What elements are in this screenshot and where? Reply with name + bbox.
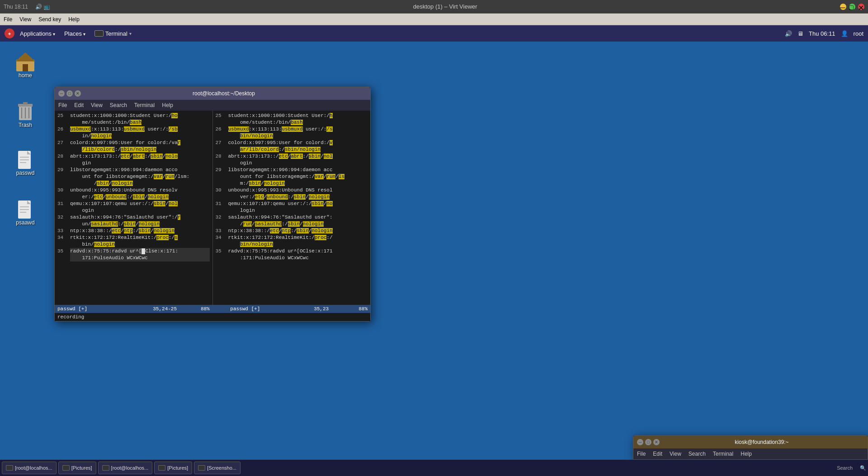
terminal-line: 35radvd:x:75:75:radvd ur^[OClse:x:171 :1… (216, 248, 368, 261)
tmenu-search[interactable]: Search (110, 102, 127, 108)
statusbar-left-info: passwd [+] 35,24-25 88% (57, 306, 210, 312)
stmenu-help[interactable]: Help (741, 451, 752, 457)
secondary-terminal-menubar: File Edit View Search Terminal Help (633, 448, 868, 459)
terminal-line: 33ntp:x:38:38::/etc/ntp:/sbin/nologin (216, 228, 368, 234)
taskbar-label-2: [Pictures] (71, 465, 92, 471)
taskbar-item-4[interactable]: [Pictures] (154, 462, 192, 474)
places-menu[interactable]: Places (61, 28, 89, 39)
terminal-pane-left[interactable]: 25student:x:1000:1000:Student User:/ho m… (55, 111, 213, 305)
taskbar-item-1[interactable]: [root@localhos... (2, 462, 57, 474)
outer-menubar: File View Send key Help (0, 14, 868, 25)
terminal-arrow: ▾ (129, 31, 132, 36)
terminal-minimize[interactable]: ─ (58, 90, 65, 97)
taskbar-item-3[interactable]: [root@localhos... (98, 462, 153, 474)
terminal-content[interactable]: 25student:x:1000:1000:Student User:/ho m… (55, 111, 370, 305)
desktop-icon-home[interactable]: home (7, 51, 43, 79)
desktop-icon-psaawd[interactable]: psaawd (7, 200, 43, 226)
applications-menu[interactable]: Applications (16, 28, 59, 39)
gnome-logo: ◈ (5, 28, 14, 38)
terminal-line: 28abrt:x:173:173::/etc/abrt:/sbin/nol og… (216, 153, 368, 167)
terminal-line: 34rtkit:x:172:172:RealtimeKit:/proc:/s b… (57, 234, 210, 248)
taskbar-icon-4 (158, 465, 165, 471)
secondary-terminal-titlebar: ─ □ ✕ kiosk@foundation39:~ (633, 436, 868, 448)
terminal-line: 31qemu:x:107:107:qemu user:/:/sbin/no lo… (216, 201, 368, 214)
menu-send-key[interactable]: Send key (38, 16, 61, 23)
trash-icon (16, 100, 34, 122)
outer-window-title: desktop (1) – Virt Viewer (50, 3, 840, 10)
secondary-minimize[interactable]: ─ (637, 439, 643, 445)
svg-text:◈: ◈ (8, 32, 11, 36)
panel-volume-icon[interactable]: 🔊 (785, 30, 792, 37)
terminal-line: 32saslauth:x:994:76:"Saslauthd user":/r … (57, 214, 210, 228)
outer-icons: 🔊 📺 (35, 4, 50, 10)
stmenu-terminal[interactable]: Terminal (713, 451, 733, 457)
terminal-line: 32saslauth:x:994:76:"Saslauthd user": /r… (216, 214, 368, 228)
taskbar-icon-2 (62, 465, 70, 471)
taskbar-label-3: [root@localhos... (111, 465, 149, 471)
gnome-panel: ◈ Applications Places Terminal ▾ 🔊 🖥 Thu… (0, 25, 868, 42)
taskbar-label-4: [Pictures] (167, 465, 188, 471)
secondary-maximize[interactable]: □ (645, 439, 651, 445)
svg-rect-7 (23, 102, 28, 104)
taskbar-icon-5 (198, 465, 205, 471)
terminal-title: root@localhost:~/Desktop (81, 90, 367, 97)
terminal-menubar: File Edit View Search Terminal Help (55, 100, 370, 111)
taskbar-item-5[interactable]: [Screensho... (194, 462, 241, 474)
secondary-terminal-title: kiosk@foundation39:~ (660, 439, 864, 445)
menu-view[interactable]: View (19, 16, 31, 23)
psaawd-label: psaawd (16, 219, 34, 226)
tmenu-terminal[interactable]: Terminal (134, 102, 155, 108)
outer-window: Thu 18:11 🔊 📺 desktop (1) – Virt Viewer … (0, 0, 868, 476)
terminal-pane-right[interactable]: 25student:x:1000:1000:Student User:/h om… (213, 111, 371, 305)
stmenu-search[interactable]: Search (689, 451, 706, 457)
tmenu-file[interactable]: File (58, 102, 67, 108)
stmenu-view[interactable]: View (670, 451, 681, 457)
maximize-button[interactable]: □ (849, 4, 855, 10)
home-icon (14, 51, 36, 72)
taskbar-right: Search 🔍 (837, 465, 866, 471)
gnome-panel-left: ◈ Applications Places Terminal ▾ (5, 28, 135, 39)
terminal-line: 26usbmuxd:x:113:113:usbmuxd user:/:/sb i… (57, 126, 210, 140)
terminal-line: 29libstoragemgmt:x:996:994:daemon acc ou… (216, 167, 368, 187)
terminal-titlebar: ─ □ ✕ root@localhost:~/Desktop (55, 87, 370, 100)
close-button[interactable]: ✕ (858, 4, 864, 10)
terminal-line: 26usbmuxd:x:113:113:usbmuxd user:/:/s bi… (216, 126, 368, 140)
terminal-menu-btn[interactable]: Terminal ▾ (91, 28, 135, 39)
tmenu-help[interactable]: Help (162, 102, 173, 108)
cmdline-text: recording (57, 314, 84, 320)
outer-titlebar: Thu 18:11 🔊 📺 desktop (1) – Virt Viewer … (0, 0, 868, 14)
terminal-line: 30unbound:x:995:993:Unbound DNS resol ve… (216, 187, 368, 201)
menu-help[interactable]: Help (68, 16, 80, 23)
terminal-line: 29libstoragemgmt:x:996:994:daemon acco u… (57, 167, 210, 187)
taskbar-icon-3 (102, 465, 109, 471)
terminal-line: 35radvd:x:75:75:radvd ur^[Clse:x:171: 17… (57, 248, 210, 261)
secondary-close[interactable]: ✕ (653, 439, 660, 445)
menu-file[interactable]: File (4, 16, 12, 23)
outer-time: Thu 18:11 (4, 4, 28, 10)
minimize-button[interactable]: ─ (840, 4, 846, 10)
passwd-label: passwd (16, 170, 35, 176)
panel-display-icon[interactable]: 🖥 (797, 30, 803, 37)
taskbar-search-label: Search (837, 465, 853, 471)
svg-marker-3 (15, 52, 35, 61)
main-terminal-window: ─ □ ✕ root@localhost:~/Desktop File Edit… (54, 87, 371, 322)
taskbar-item-2[interactable]: [Pictures] (58, 462, 96, 474)
home-label: home (19, 72, 32, 79)
desktop-icon-passwd[interactable]: passwd (7, 150, 43, 176)
stmenu-edit[interactable]: Edit (653, 451, 662, 457)
svg-rect-4 (23, 64, 28, 71)
terminal-line: 33ntp:x:38:38::/etc/ntp:/sbin/nologin (57, 228, 210, 234)
terminal-cmdline: recording (55, 313, 370, 321)
tmenu-edit[interactable]: Edit (74, 102, 84, 108)
tmenu-view[interactable]: View (91, 102, 103, 108)
terminal-maximize[interactable]: □ (66, 90, 73, 97)
terminal-close[interactable]: ✕ (75, 90, 81, 97)
stmenu-file[interactable]: File (637, 451, 646, 457)
taskbar-icon-tray: 🔍 (860, 465, 866, 471)
taskbar-label-1: [root@localhos... (15, 465, 52, 471)
terminal-label: Terminal (105, 30, 127, 37)
virtual-desktop: ◈ Applications Places Terminal ▾ 🔊 🖥 Thu… (0, 25, 868, 476)
terminal-line: 28abrt:x:173:173::/etc/abrt:/sbin/nolo g… (57, 153, 210, 167)
desktop-area: home Trash (0, 42, 868, 476)
desktop-icon-trash[interactable]: Trash (7, 100, 43, 128)
